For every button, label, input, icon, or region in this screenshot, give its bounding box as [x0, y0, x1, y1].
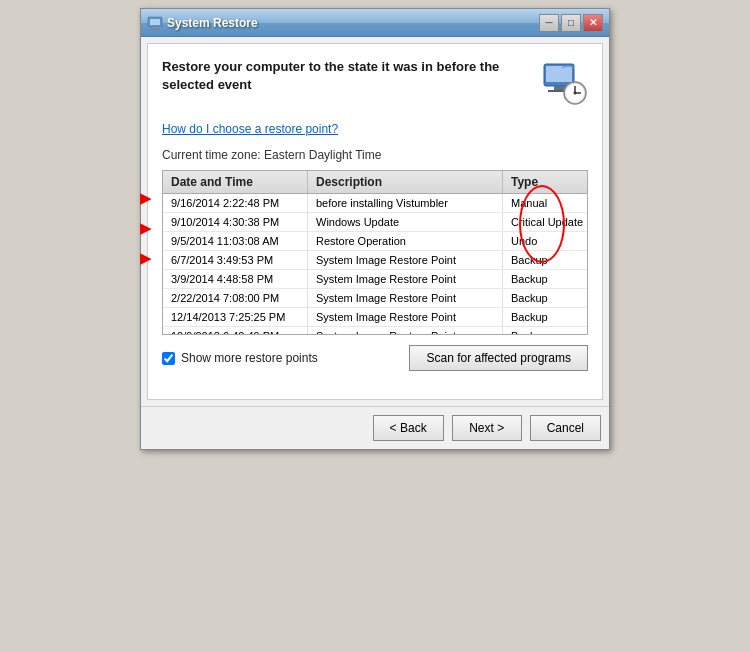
cell-type: Backup — [503, 251, 587, 269]
cell-date: 6/7/2014 3:49:53 PM — [163, 251, 308, 269]
col-header-type: Type — [503, 171, 587, 193]
cell-type: Critical Update — [503, 213, 587, 231]
title-controls: ─ □ ✕ — [539, 14, 603, 32]
show-more-row: Show more restore points Scan for affect… — [162, 345, 588, 371]
cell-date: 12/14/2013 7:25:25 PM — [163, 308, 308, 326]
table-header: Date and Time Description Type — [163, 171, 587, 194]
cell-desc: Restore Operation — [308, 232, 503, 250]
cell-desc: System Image Restore Point — [308, 308, 503, 326]
window-icon — [147, 15, 163, 31]
minimize-button[interactable]: ─ — [539, 14, 559, 32]
cell-desc: before installing Vistumbler — [308, 194, 503, 212]
scan-button[interactable]: Scan for affected programs — [409, 345, 588, 371]
svg-rect-3 — [150, 29, 160, 30]
arrow-2: ▶ — [140, 220, 151, 236]
cell-desc: System Image Restore Point — [308, 327, 503, 334]
restore-table: Date and Time Description Type 9/16/2014… — [162, 170, 588, 335]
help-link[interactable]: How do I choose a restore point? — [162, 122, 588, 136]
back-button[interactable]: < Back — [373, 415, 444, 441]
cell-date: 9/16/2014 2:22:48 PM — [163, 194, 308, 212]
cell-type: Backup — [503, 327, 587, 334]
system-restore-window: System Restore ─ □ ✕ Restore your comput… — [140, 8, 610, 450]
title-bar: System Restore ─ □ ✕ — [141, 9, 609, 37]
svg-point-12 — [574, 92, 577, 95]
cell-type: Backup — [503, 289, 587, 307]
table-body: 9/16/2014 2:22:48 PMbefore installing Vi… — [163, 194, 587, 334]
arrow-annotations: ▶ ▶ ▶ — [140, 190, 151, 266]
cell-date: 3/9/2014 4:48:58 PM — [163, 270, 308, 288]
col-header-desc: Description — [308, 171, 503, 193]
main-content: Restore your computer to the state it wa… — [147, 43, 603, 400]
arrow-1: ▶ — [140, 190, 151, 206]
timezone-label: Current time zone: Eastern Daylight Time — [162, 148, 588, 162]
table-row[interactable]: 3/9/2014 4:48:58 PMSystem Image Restore … — [163, 270, 587, 289]
table-row[interactable]: 2/22/2014 7:08:00 PMSystem Image Restore… — [163, 289, 587, 308]
cancel-button[interactable]: Cancel — [530, 415, 601, 441]
show-more-checkbox[interactable] — [162, 352, 175, 365]
svg-rect-2 — [152, 27, 158, 29]
cell-desc: System Image Restore Point — [308, 251, 503, 269]
table-row[interactable]: 9/16/2014 2:22:48 PMbefore installing Vi… — [163, 194, 587, 213]
restore-table-wrapper: ▶ ▶ ▶ Date and Time Description Type 9/1… — [162, 170, 588, 335]
table-row[interactable]: 12/14/2013 7:25:25 PMSystem Image Restor… — [163, 308, 587, 327]
header-title: Restore your computer to the state it wa… — [162, 58, 530, 94]
svg-rect-5 — [546, 66, 572, 82]
bottom-button-row: < Back Next > Cancel — [141, 406, 609, 449]
cell-date: 9/5/2014 11:03:08 AM — [163, 232, 308, 250]
maximize-button[interactable]: □ — [561, 14, 581, 32]
cell-desc: System Image Restore Point — [308, 270, 503, 288]
title-bar-left: System Restore — [147, 15, 258, 31]
cell-desc: System Image Restore Point — [308, 289, 503, 307]
table-row[interactable]: 9/5/2014 11:03:08 AMRestore OperationUnd… — [163, 232, 587, 251]
cell-desc: Windows Update — [308, 213, 503, 231]
table-row[interactable]: 9/10/2014 4:30:38 PMWindows UpdateCritic… — [163, 213, 587, 232]
header-section: Restore your computer to the state it wa… — [162, 58, 588, 106]
next-button[interactable]: Next > — [452, 415, 522, 441]
close-button[interactable]: ✕ — [583, 14, 603, 32]
cell-type: Backup — [503, 308, 587, 326]
arrow-3: ▶ — [140, 250, 151, 266]
cell-type: Undo — [503, 232, 587, 250]
window-title: System Restore — [167, 16, 258, 30]
table-row[interactable]: 12/9/2013 6:42:49 PMSystem Image Restore… — [163, 327, 587, 334]
cell-date: 2/22/2014 7:08:00 PM — [163, 289, 308, 307]
show-more-label[interactable]: Show more restore points — [181, 351, 318, 365]
cell-date: 9/10/2014 4:30:38 PM — [163, 213, 308, 231]
cell-type: Manual — [503, 194, 587, 212]
col-header-date: Date and Time — [163, 171, 308, 193]
svg-rect-1 — [150, 19, 160, 25]
cell-date: 12/9/2013 6:42:49 PM — [163, 327, 308, 334]
cell-type: Backup — [503, 270, 587, 288]
table-row[interactable]: 6/7/2014 3:49:53 PMSystem Image Restore … — [163, 251, 587, 270]
restore-icon — [540, 58, 588, 106]
